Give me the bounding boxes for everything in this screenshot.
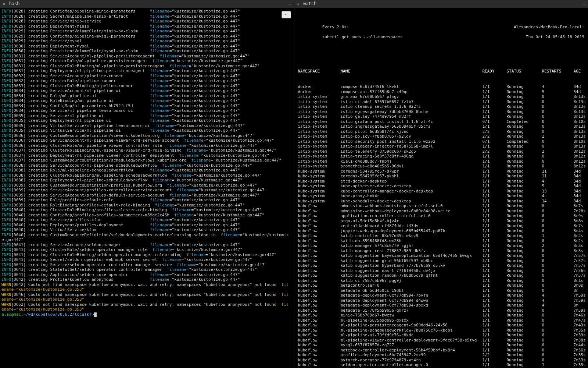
cell: metadata-deployment-6cf77db994-d4wwp bbox=[341, 298, 480, 303]
cell: 0 bbox=[542, 268, 571, 273]
cell: 0 bbox=[542, 283, 571, 288]
cell: kube-apiserver-docker-desktop bbox=[341, 184, 480, 189]
prompt-line[interactable]: alex@mac:~/wd/kubeflow/v0.6.2/localkf> bbox=[1, 312, 293, 317]
cell: 2 bbox=[542, 243, 571, 248]
cell: 8m10s bbox=[574, 139, 588, 144]
log-line: INFO[0038] creating ServiceAccount/ml-pi… bbox=[1, 163, 293, 168]
log-line: INFO[0028] creating Secret/mlpipeline-mi… bbox=[1, 14, 293, 19]
log-line: INFO[0041] creating Secret/seldon-operat… bbox=[1, 257, 293, 262]
table-row: kubeflowkatib-db-8598468fd8-wx28h1/1Runn… bbox=[298, 238, 585, 244]
log-line: INFO[0034] creating RoleBinding/ml-pipel… bbox=[1, 98, 293, 103]
close-icon[interactable]: ✕ bbox=[3, 1, 6, 7]
cell: 7m35s bbox=[574, 353, 588, 358]
cell: Running bbox=[507, 164, 540, 169]
cell: Running bbox=[507, 199, 540, 204]
col-ready: READY bbox=[483, 69, 505, 74]
log-line: INFO[0038] creating Role/ml-pipeline-sch… bbox=[1, 168, 293, 173]
cell: kubeflow bbox=[298, 318, 338, 323]
cell: 8m2s bbox=[574, 233, 588, 238]
cell: 1 bbox=[542, 362, 571, 368]
cell: Running bbox=[507, 238, 540, 244]
cell: kiali-d4d886dd7-fnpmj bbox=[341, 159, 480, 164]
cell: Running bbox=[507, 233, 540, 238]
cell: argo-ui-5dcf5d8b4f-hjz4r bbox=[341, 219, 480, 224]
cell: 0 bbox=[542, 104, 571, 109]
cell: 1/1 bbox=[483, 358, 505, 363]
terminal-left[interactable]: INFO[0028] creating ConfigMap/pipeline-m… bbox=[0, 8, 294, 368]
watch-timestamp: Thu Oct 24 05:46:18 2019 bbox=[526, 35, 584, 39]
cell: 1/1 bbox=[483, 89, 505, 95]
cell: istio-ingressgateway-565b894b5f-85cfs bbox=[341, 124, 480, 129]
cell: Running bbox=[507, 278, 540, 283]
cell: Running bbox=[507, 248, 540, 254]
cell: 1/1 bbox=[483, 114, 505, 119]
cell: 0 bbox=[542, 223, 571, 229]
cell: kube-system bbox=[298, 174, 338, 179]
cell: ml-pipeline-viewer-controller-deployment… bbox=[341, 338, 480, 343]
cell: katib-suggestion-hyperband-7777b76cb9-q5… bbox=[341, 263, 480, 268]
table-header: NAMESPACE NAME READY STATUS RESTARTS AGE bbox=[298, 69, 585, 74]
cell: pytorch-operator-77c97f4879-vt4rn bbox=[341, 358, 480, 363]
log-line: INFO[0029] creating Deployment/minio fil… bbox=[1, 24, 293, 29]
table-row: kubeflowkatib-ui-7587c5b967-pqg9j1/1Runn… bbox=[298, 278, 585, 283]
table-row: kubeflowseldon-operator-controller-manag… bbox=[298, 362, 585, 368]
cell: Running bbox=[507, 134, 540, 139]
cell: minio-758b769d67-bwctw bbox=[341, 313, 480, 318]
cell: 5 bbox=[542, 184, 571, 189]
log-line: INFO[0034] creating ConfigMap/ui-paramet… bbox=[1, 103, 293, 109]
table-row: kubeflowapplication-controller-stateful-… bbox=[298, 213, 585, 219]
tab-title-watch[interactable]: watch bbox=[303, 1, 316, 7]
cell: Running bbox=[507, 149, 540, 154]
close-icon[interactable]: ✕ bbox=[297, 1, 300, 7]
cell: 1/1 bbox=[483, 223, 505, 229]
menu-icon[interactable]: ≡ bbox=[288, 1, 291, 7]
cell: 0 bbox=[542, 343, 571, 348]
cell: kube-scheduler-docker-desktop bbox=[341, 199, 480, 204]
log-line: INFO[0039] creating ServiceAccount/profi… bbox=[1, 193, 293, 198]
table-row: kubeflowml-pipeline-ui-79ffd9c76-c8kdc1/… bbox=[298, 333, 585, 338]
cell: Running bbox=[507, 169, 540, 174]
menu-icon[interactable]: ≡ bbox=[583, 1, 585, 7]
table-row: kubeflowmetacontroller-01/1Running08m8s bbox=[298, 283, 585, 288]
cell: 8m8s bbox=[574, 283, 588, 288]
log-line: INFO[0035] creating Service/ml-pipeline-… bbox=[1, 113, 293, 118]
terminal-right[interactable]: Every 2.0s: kubectl get pods --all-names… bbox=[294, 8, 588, 368]
cell: kubeflow bbox=[298, 238, 338, 244]
cell: 0/1 bbox=[483, 119, 505, 124]
table-row: kube-systemetcd-docker-desktop1/1Running… bbox=[298, 179, 585, 184]
cell: istio-citadel-67697b6697-7zlb7 bbox=[341, 99, 480, 105]
cell: kubeflow bbox=[298, 273, 338, 278]
cell: 0 bbox=[542, 109, 571, 114]
cell: 8m12s bbox=[574, 159, 588, 164]
cell: 7m56s bbox=[574, 348, 588, 353]
log-line: INFO[0032] creating ServiceAccount/pipel… bbox=[1, 74, 293, 79]
cell: ml-pipeline-persistenceagent-9b69ddd46-2… bbox=[341, 323, 480, 328]
cell: Running bbox=[507, 333, 540, 338]
cell: coredns-584795fc57-pkshl bbox=[341, 174, 480, 179]
cell: kubeflow bbox=[298, 323, 338, 328]
log-line: INFO[0031] creating ClusterRoleBinding/m… bbox=[1, 64, 293, 69]
cell: kubeflow bbox=[298, 233, 338, 238]
log-line: INFO[0034] creating Role/ml-pipeline-ui … bbox=[1, 93, 293, 99]
log-line: INFO[0035] creating VirtualService/ml-pi… bbox=[1, 128, 293, 133]
cell: 1/1 bbox=[483, 333, 505, 338]
cell: kubeflow bbox=[298, 308, 338, 313]
cell: 34d bbox=[574, 189, 588, 194]
table-row: kubeflowkatib-suggestion-bayesianoptimiz… bbox=[298, 253, 585, 258]
cell: kubeflow bbox=[298, 258, 338, 263]
log-line: INFO[0031] creating ServiceAccount/ml-pi… bbox=[1, 54, 293, 59]
cell: compose-6c67d745f6-lkvkl bbox=[341, 84, 480, 89]
tab-title-bash[interactable]: bash bbox=[9, 1, 20, 7]
cell: kubeflow bbox=[298, 303, 338, 308]
cell: katib-suggestion-random-77b88b5c79-qffmt bbox=[341, 273, 480, 278]
cell: 1/1 bbox=[483, 318, 505, 323]
log-line-wrap: e.go:447" bbox=[1, 237, 293, 243]
cell: istio-system bbox=[298, 114, 338, 119]
cell: 7m59s bbox=[574, 308, 588, 313]
log-line: INFO[0042] creating Profile/kubeflow-ano… bbox=[1, 277, 293, 282]
log-line-wrap: ename="kustomize/kustomize.go:353" bbox=[1, 287, 293, 292]
cell: Running bbox=[507, 204, 540, 209]
cell: 1/1 bbox=[483, 204, 505, 209]
log-line: INFO[0029] creating ConfigMap/pipeline-m… bbox=[1, 34, 293, 39]
tab-bar-left: ✕ bash ≡ bbox=[0, 0, 294, 8]
